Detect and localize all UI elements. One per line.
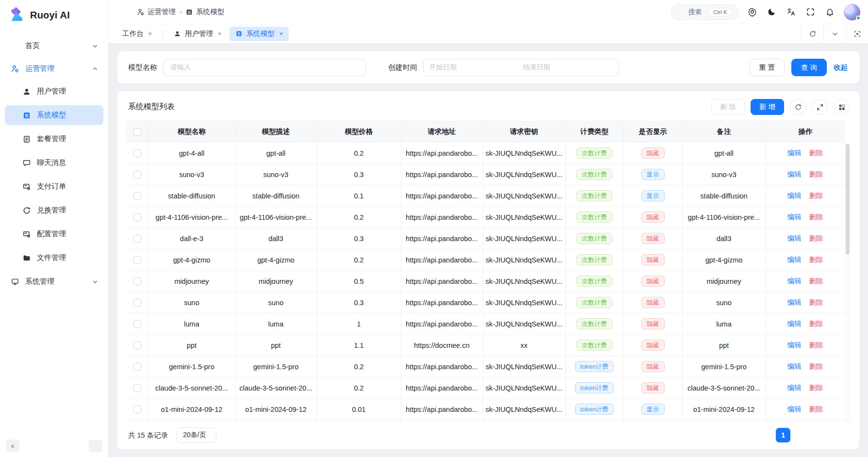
tab-系统模型[interactable]: 系统模型× (229, 27, 289, 41)
sidebar-item-配置管理[interactable]: 配置管理 (5, 224, 103, 244)
scrollbar-thumb[interactable] (846, 144, 850, 255)
row-checkbox[interactable] (133, 192, 141, 200)
edit-link[interactable]: 编辑 (787, 256, 802, 263)
current-page-button[interactable]: 1 (776, 428, 790, 442)
refresh-icon[interactable] (801, 24, 823, 43)
edit-link[interactable]: 编辑 (787, 320, 802, 327)
reset-button[interactable]: 重 置 (749, 59, 785, 76)
delete-link[interactable]: 删除 (809, 277, 823, 285)
user-avatar[interactable] (844, 4, 860, 20)
refresh-icon-button[interactable] (790, 99, 806, 115)
row-checkbox[interactable] (133, 384, 141, 392)
cell-remark: claude-3-5-sonnet-20... (682, 377, 766, 399)
cell-model-price: 0.2 (317, 143, 401, 164)
row-checkbox[interactable] (133, 256, 141, 264)
moon-icon[interactable] (765, 6, 778, 18)
edit-link[interactable]: 编辑 (787, 341, 802, 349)
collapse-filter-link[interactable]: 收起 (834, 63, 849, 72)
row-checkbox[interactable] (133, 363, 141, 371)
jump-back-button[interactable] (737, 428, 752, 442)
tab-工作台[interactable]: 工作台× (116, 27, 158, 41)
delete-link[interactable]: 删除 (809, 234, 823, 242)
fullscreen-icon[interactable] (804, 6, 817, 18)
edit-link[interactable]: 编辑 (787, 384, 802, 392)
sidebar-item-系统模型[interactable]: 系统模型 (5, 105, 103, 125)
brand[interactable]: Ruoyi AI (0, 0, 108, 32)
cell-request-url: https://api.pandarobo... (401, 271, 483, 292)
next-page-button[interactable] (795, 428, 810, 442)
row-checkbox[interactable] (133, 406, 141, 413)
cell-model-price: 0.2 (317, 207, 401, 228)
delete-link[interactable]: 删除 (809, 405, 823, 413)
first-page-button[interactable] (718, 428, 732, 442)
delete-link[interactable]: 删除 (809, 192, 823, 199)
row-checkbox[interactable] (133, 149, 141, 157)
page-size-select[interactable]: 20条/页 (177, 427, 216, 443)
delete-button[interactable]: 删 除 (711, 99, 745, 115)
columns-icon-button[interactable] (834, 99, 850, 115)
chevron-down-icon[interactable] (823, 24, 846, 43)
row-checkbox[interactable] (133, 299, 141, 307)
delete-link[interactable]: 删除 (809, 341, 823, 349)
edit-link[interactable]: 编辑 (787, 234, 802, 242)
delete-link[interactable]: 删除 (809, 362, 823, 370)
delete-link[interactable]: 删除 (809, 149, 823, 157)
select-all-checkbox[interactable] (133, 128, 141, 136)
add-button[interactable]: 新 增 (751, 99, 784, 115)
hamburger-menu-icon[interactable] (115, 6, 128, 18)
row-checkbox[interactable] (133, 342, 141, 349)
row-checkbox[interactable] (133, 277, 141, 285)
close-tab-icon[interactable]: × (279, 30, 283, 37)
sidebar-item-支付订单[interactable]: 支付订单 (5, 177, 103, 196)
settings-icon[interactable] (746, 6, 758, 18)
search-button[interactable]: 查 询 (791, 59, 827, 76)
breadcrumb-item-系统模型[interactable]: 系统模型 (185, 7, 224, 16)
edit-link[interactable]: 编辑 (787, 298, 802, 306)
edit-link[interactable]: 编辑 (787, 213, 802, 221)
delete-link[interactable]: 删除 (809, 384, 823, 392)
expand-icon-button[interactable] (812, 99, 828, 115)
row-checkbox[interactable] (133, 320, 141, 328)
edit-link[interactable]: 编辑 (787, 149, 802, 157)
cell-actions: 编辑删除 (766, 271, 845, 292)
edit-link[interactable]: 编辑 (787, 170, 802, 178)
global-search[interactable]: 搜索 Ctrl K (671, 4, 739, 20)
breadcrumb-item-运营管理[interactable]: 运营管理 (137, 7, 176, 16)
billing-badge: 次数计费 (576, 340, 612, 351)
row-checkbox[interactable] (133, 171, 141, 179)
sidebar-item-聊天消息[interactable]: 聊天消息 (5, 153, 103, 173)
edit-link[interactable]: 编辑 (787, 277, 802, 285)
sidebar-item-首页[interactable]: 首页 (5, 36, 103, 56)
delete-link[interactable]: 删除 (809, 170, 823, 178)
bell-icon[interactable] (823, 6, 836, 18)
last-page-button[interactable] (834, 428, 849, 442)
edit-link[interactable]: 编辑 (787, 405, 802, 413)
date-range-picker[interactable]: 开始日期 结束日期 (423, 59, 619, 76)
row-checkbox[interactable] (133, 213, 141, 221)
tab-用户管理[interactable]: 用户管理× (168, 27, 228, 41)
pin-sidebar-button[interactable] (89, 440, 102, 452)
prev-page-button[interactable] (756, 428, 771, 442)
sidebar-collapse-button[interactable]: « (6, 440, 19, 452)
close-tab-icon[interactable]: × (218, 30, 222, 37)
sidebar-item-套餐管理[interactable]: 套餐管理 (5, 129, 103, 149)
translate-icon[interactable] (785, 6, 797, 18)
delete-link[interactable]: 删除 (809, 213, 823, 221)
close-tab-icon[interactable]: × (148, 30, 152, 37)
sidebar-item-用户管理[interactable]: 用户管理 (5, 82, 103, 101)
screen-icon[interactable] (846, 24, 868, 43)
sidebar-item-文件管理[interactable]: 文件管理 (5, 248, 103, 268)
sidebar-item-运营管理[interactable]: 运营管理 (5, 59, 103, 79)
sidebar-item-系统管理[interactable]: 系统管理 (5, 272, 103, 292)
jump-forward-button[interactable] (815, 428, 829, 442)
edit-link[interactable]: 编辑 (787, 362, 802, 370)
edit-link[interactable]: 编辑 (787, 192, 802, 199)
delete-link[interactable]: 删除 (809, 298, 823, 306)
model-name-input[interactable]: 请输入 (163, 59, 366, 76)
row-select-cell (126, 164, 148, 185)
delete-link[interactable]: 删除 (809, 320, 823, 327)
sidebar-item-兑换管理[interactable]: 兑换管理 (5, 200, 103, 220)
row-checkbox[interactable] (133, 235, 141, 243)
table-scrollbar[interactable] (845, 143, 851, 422)
delete-link[interactable]: 删除 (809, 256, 823, 263)
